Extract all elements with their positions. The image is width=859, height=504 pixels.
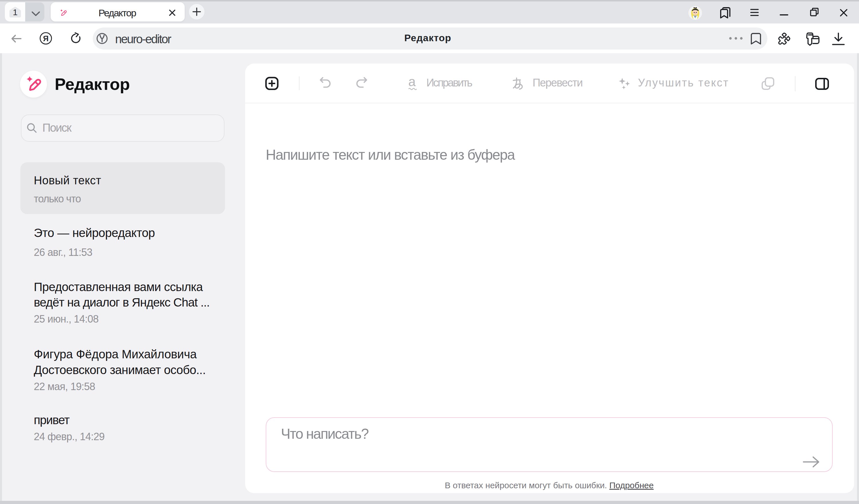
svg-text:Я: Я xyxy=(43,34,48,43)
svg-text:а: а xyxy=(408,74,416,89)
svg-text:1: 1 xyxy=(13,7,18,17)
